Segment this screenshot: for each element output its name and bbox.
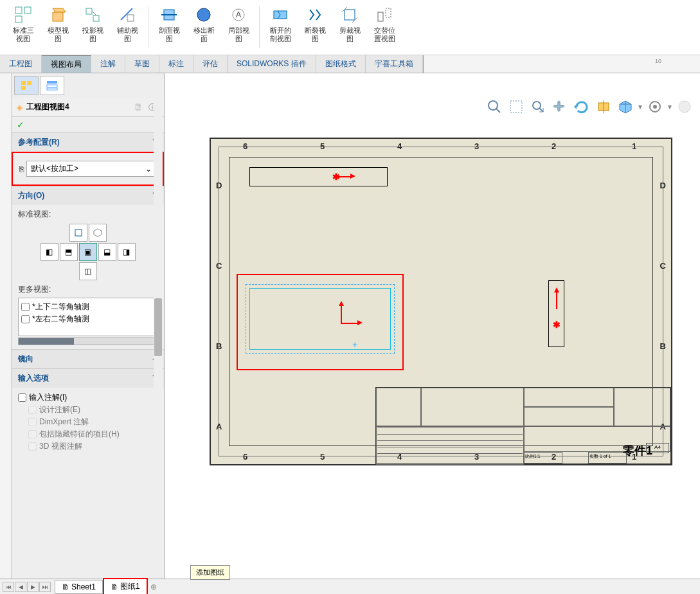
display-style-icon[interactable]	[646, 98, 664, 116]
view-bottom-button[interactable]: ⬓	[98, 243, 116, 261]
list-scrollbar[interactable]	[18, 338, 157, 345]
add-sheet-button[interactable]: ⊕	[150, 582, 157, 591]
input-options-header[interactable]: 输入选项 ⌃	[12, 369, 164, 388]
command-tabs-bar: 工程图 视图布局 注解 草图 标注 评估 SOLIDWORKS 插件 图纸格式 …	[0, 55, 700, 73]
trimetric-checkbox[interactable]	[21, 315, 30, 323]
view-cube-icon[interactable]	[616, 98, 634, 116]
view-front-button[interactable]	[69, 224, 87, 242]
pan-icon[interactable]	[551, 98, 569, 116]
svg-rect-24	[47, 88, 57, 90]
list-item[interactable]: *上下二等角轴测	[21, 301, 154, 313]
ribbon-projected-view[interactable]: 投影视图	[76, 3, 109, 51]
svg-line-7	[92, 11, 96, 15]
break-view-icon	[305, 4, 325, 25]
view-left-button[interactable]: ◧	[40, 243, 58, 261]
list-item[interactable]: *左右二等角轴测	[21, 313, 154, 325]
view-front2-button[interactable]: ▣	[79, 243, 97, 261]
svg-line-28	[496, 109, 500, 113]
drawing-canvas[interactable]: ▾ ▾ 6 5 4 3 2 1 6 5 4 3 2 1 D D C C B	[165, 73, 700, 579]
ribbon-standard-views[interactable]: 标准三视图	[6, 3, 40, 51]
alternate-position-icon	[374, 4, 395, 25]
sheet-tab-1[interactable]: 🗎 Sheet1	[55, 580, 103, 594]
property-manager-icon[interactable]	[40, 76, 64, 95]
ribbon-separator	[259, 6, 260, 48]
first-sheet-button[interactable]: ⏮	[3, 582, 14, 592]
view-iso-button[interactable]	[89, 224, 107, 242]
tab-markup[interactable]: 标注	[159, 55, 193, 73]
ribbon-label: 局部视图	[228, 26, 249, 43]
section-display-icon[interactable]	[595, 98, 613, 116]
panel-scrollbar[interactable]	[154, 73, 163, 579]
ribbon-broken-out-section[interactable]: 断开的剖视图	[264, 3, 297, 51]
ribbon-label: 移出断面	[193, 26, 215, 43]
feature-manager-icon[interactable]	[14, 76, 39, 95]
rotate-icon[interactable]	[573, 98, 591, 116]
ribbon-section-view[interactable]: 剖面视图	[152, 3, 186, 51]
dropdown-arrow[interactable]: ▾	[638, 102, 642, 111]
import-annotations-checkbox[interactable]	[18, 393, 26, 402]
ribbon-crop-view[interactable]: 剪裁视图	[333, 3, 366, 51]
detail-view-icon: A	[228, 4, 249, 25]
ribbon-detail-view[interactable]: A 局部视图	[222, 3, 255, 51]
dimetric-checkbox[interactable]	[21, 303, 30, 311]
view-right-button[interactable]: ◨	[118, 243, 136, 261]
ribbon-label: 剖面视图	[159, 26, 180, 43]
ribbon-alternate-position-view[interactable]: 交替位置视图	[368, 3, 401, 51]
svg-point-39	[653, 105, 657, 109]
model-view-icon	[48, 4, 68, 25]
config-dropdown[interactable]: 默认<按加工> ⌄	[26, 161, 156, 177]
sphere-icon[interactable]	[676, 98, 694, 116]
prev-sheet-button[interactable]: ◀	[15, 582, 26, 592]
title-block[interactable]: A4 比例1:1 页数 1 of 1 零件1	[375, 387, 671, 464]
tab-sketch[interactable]: 草图	[125, 55, 159, 73]
tab-annotation[interactable]: 注解	[91, 55, 125, 73]
svg-rect-21	[21, 86, 26, 90]
view-back-button[interactable]: ◫	[79, 262, 97, 280]
import-annotations-item[interactable]: 输入注解(I)	[18, 392, 157, 404]
dimxpert-checkbox	[28, 418, 37, 426]
ok-check-icon[interactable]: ✓	[12, 117, 164, 132]
svg-point-40	[679, 101, 690, 113]
last-sheet-button[interactable]: ⏭	[39, 582, 51, 592]
ribbon-label: 断开的剖视图	[270, 26, 291, 43]
ribbon-auxiliary-view[interactable]: 辅助视图	[111, 3, 144, 51]
tab-yuxi-toolbox[interactable]: 宇喜工具箱	[366, 55, 423, 73]
input-options-section: 输入选项 ⌃ 输入注解(I) 设计注解(E) DimXpert 注解 包括隐藏特…	[12, 368, 164, 456]
ribbon-removed-section[interactable]: 移出断面	[187, 3, 220, 51]
tab-sheet-format[interactable]: 图纸格式	[316, 55, 366, 73]
next-sheet-button[interactable]: ▶	[27, 582, 39, 592]
drawing-view-selected[interactable]: +	[237, 274, 404, 370]
svg-line-31	[539, 108, 543, 112]
chevron-down-icon: ⌄	[145, 165, 152, 174]
view-top-button[interactable]: ⬒	[60, 243, 78, 261]
dropdown-arrow[interactable]: ▾	[668, 102, 672, 111]
tab-view-layout[interactable]: 视图布局	[42, 55, 91, 73]
help-icon[interactable]: ⍰	[136, 102, 146, 113]
mirror-section-header[interactable]: 镜向 ⌄	[12, 350, 164, 368]
horizontal-ruler: 10	[423, 55, 700, 73]
drawing-view-2[interactable]: ✱	[548, 280, 564, 347]
config-section: 参考配置(R) ⌃ ⎘ 默认<按加工> ⌄	[12, 132, 164, 186]
svg-rect-6	[93, 15, 99, 21]
drawing-view-icon: ◈	[17, 103, 22, 112]
svg-point-27	[489, 101, 498, 110]
ribbon-model-view[interactable]: 模型视图	[41, 3, 75, 51]
svg-line-8	[121, 8, 132, 20]
config-section-header[interactable]: 参考配置(R) ⌃	[12, 133, 164, 152]
zoom-fit-icon[interactable]	[485, 98, 503, 116]
tab-evaluate[interactable]: 评估	[193, 55, 228, 73]
drawing-view-1[interactable]: ✱	[249, 167, 388, 186]
tab-sw-addins[interactable]: SOLIDWORKS 插件	[228, 55, 316, 73]
zoom-area-icon[interactable]	[507, 98, 525, 116]
design-annotations-checkbox	[28, 406, 37, 414]
sheet-tab-2[interactable]: 🗎 图纸1	[103, 578, 148, 594]
part-name-label: 零件1	[623, 443, 652, 458]
ribbon-break-view[interactable]: 断裂视图	[298, 3, 332, 51]
sheet-icon: 🗎	[62, 582, 69, 591]
more-views-list[interactable]: *上下二等角轴测 *左右二等角轴测	[18, 298, 157, 336]
drawing-sheet[interactable]: 6 5 4 3 2 1 6 5 4 3 2 1 D D C C B B A A	[210, 138, 672, 465]
zoom-dynamic-icon[interactable]	[529, 98, 547, 116]
tab-drawing[interactable]: 工程图	[0, 55, 42, 73]
mirror-section: 镜向 ⌄	[12, 349, 164, 368]
orientation-section-header[interactable]: 方向(O) ⌃	[12, 186, 164, 205]
